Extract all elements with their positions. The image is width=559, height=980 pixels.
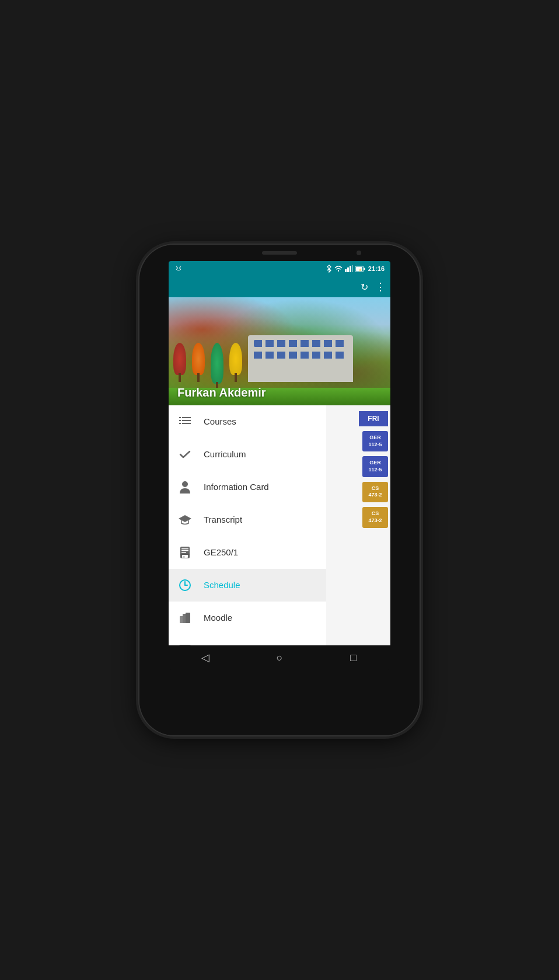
svg-rect-16 [182, 417, 191, 418]
svg-rect-7 [350, 266, 351, 272]
schedule-badge-4: CS473-2 [362, 507, 388, 527]
hero-image: Furkan Akdemir [169, 297, 390, 405]
tree-3 [209, 341, 225, 391]
screen: ⚡ 21:16 ↻ ⋮ [169, 261, 390, 670]
bluetooth-icon [326, 265, 332, 273]
svg-text:≡: ≡ [183, 555, 185, 558]
svg-rect-17 [182, 420, 191, 421]
svg-line-3 [180, 266, 181, 267]
signal-icon [345, 265, 353, 272]
svg-rect-24 [181, 552, 186, 553]
phone-top-bar [139, 245, 420, 261]
menu-item-quota[interactable]: 1 Quota & Traffic [169, 634, 326, 645]
check-icon [178, 447, 192, 461]
navigation-drawer: Courses Curriculum [169, 405, 326, 645]
svg-rect-22 [181, 548, 188, 550]
menu-item-transcript[interactable]: Transcript [169, 503, 326, 536]
svg-rect-25 [180, 554, 190, 555]
status-left-icons [174, 265, 184, 273]
schedule-badge-1: GER112-5 [362, 431, 388, 451]
status-bar: ⚡ 21:16 [169, 261, 390, 276]
back-button[interactable]: ◁ [194, 649, 217, 666]
phone-bottom [139, 670, 420, 735]
list-icon [178, 415, 192, 429]
phone-frame: ⚡ 21:16 ↻ ⋮ [139, 245, 420, 735]
menu-item-schedule[interactable]: Schedule [169, 569, 326, 602]
svg-point-19 [182, 481, 188, 487]
user-name: Furkan Akdemir [177, 386, 266, 399]
ge250-label: GE250/1 [204, 547, 238, 557]
svg-point-1 [179, 267, 180, 269]
more-options-icon[interactable]: ⋮ [375, 280, 385, 293]
svg-rect-14 [179, 420, 181, 421]
main-content: Courses Curriculum [169, 405, 390, 645]
svg-rect-8 [352, 265, 353, 272]
transcript-label: Transcript [204, 515, 242, 524]
svg-text:⚡: ⚡ [358, 267, 362, 272]
building [248, 335, 353, 382]
recents-button[interactable]: □ [342, 649, 365, 666]
app-bar: ↻ ⋮ [169, 276, 390, 297]
svg-point-0 [177, 267, 178, 269]
camera [357, 251, 361, 255]
speaker [262, 251, 297, 255]
curriculum-label: Curriculum [204, 449, 246, 459]
courses-label: Courses [204, 416, 236, 426]
svg-rect-15 [179, 423, 181, 424]
tree-1 [172, 341, 188, 382]
schedule-day-header: FRI [359, 411, 388, 426]
tree-4 [228, 341, 244, 382]
svg-rect-23 [181, 550, 188, 551]
tree-2 [190, 341, 207, 382]
schedule-label: Schedule [204, 580, 240, 590]
menu-item-curriculum[interactable]: Curriculum [169, 438, 326, 471]
bottom-navigation: ◁ ○ □ [169, 645, 390, 670]
menu-item-information-card[interactable]: Information Card [169, 471, 326, 503]
schedule-area: FRI GER112-5 GER112-5 CS473-2 CS473-2 [326, 405, 390, 645]
document-icon: ≡ [178, 545, 192, 559]
svg-rect-13 [179, 417, 181, 418]
moodle-icon [178, 611, 192, 625]
person-icon [178, 480, 192, 494]
information-card-label: Information Card [204, 482, 269, 492]
refresh-icon[interactable]: ↻ [361, 282, 368, 293]
svg-marker-20 [179, 515, 191, 522]
clock-icon [178, 578, 192, 592]
app-bar-icons: ↻ ⋮ [361, 280, 385, 293]
moodle-label: Moodle [204, 613, 232, 623]
svg-rect-6 [347, 267, 349, 272]
svg-rect-5 [345, 269, 347, 272]
android-icon [174, 265, 183, 273]
svg-rect-33 [186, 613, 190, 623]
menu-item-courses[interactable]: Courses [169, 405, 326, 438]
status-time: 21:16 [368, 265, 385, 272]
menu-item-moodle[interactable]: Moodle [169, 602, 326, 634]
schedule-badge-2: GER112-5 [362, 456, 388, 477]
svg-rect-10 [364, 267, 365, 270]
wifi-icon [334, 265, 343, 272]
menu-item-ge250[interactable]: ≡ GE250/1 [169, 536, 326, 569]
svg-rect-18 [182, 423, 191, 424]
home-button[interactable]: ○ [268, 649, 291, 666]
graduation-icon [178, 513, 192, 527]
battery-icon: ⚡ [355, 266, 366, 272]
schedule-badge-3: CS473-2 [362, 482, 388, 502]
status-right-icons: ⚡ 21:16 [326, 265, 385, 273]
svg-line-2 [176, 266, 177, 267]
